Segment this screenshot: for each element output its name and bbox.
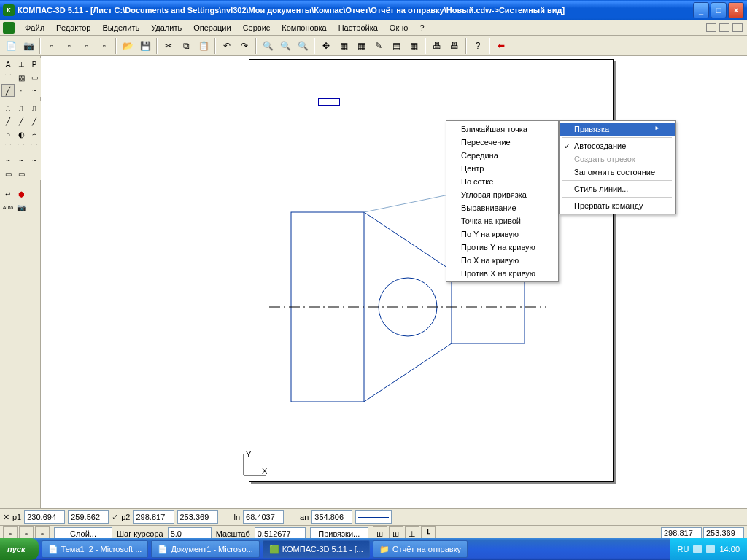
cut-icon[interactable]: ✂ xyxy=(160,38,177,54)
camera-icon[interactable]: 📷 xyxy=(20,38,36,54)
menu-editor[interactable]: Редактор xyxy=(50,22,96,34)
edit-icon[interactable]: ✎ xyxy=(371,38,387,54)
pan-icon[interactable]: ✥ xyxy=(318,38,334,54)
minimize-button[interactable]: _ xyxy=(693,2,709,18)
main-toolbar: 📄 📷 ▫ ▫ ▫ ▫ 📂 💾 ✂ ⧉ 📋 ↶ ↷ 🔍 🔍 🔍 ✥ ▦ ▦ ✎ … xyxy=(0,36,747,56)
paste-icon[interactable]: 📋 xyxy=(196,38,212,54)
mdi-close-button[interactable] xyxy=(732,23,743,32)
new-doc-icon[interactable]: ▫ xyxy=(44,38,60,54)
redo-icon[interactable]: ↷ xyxy=(236,38,252,54)
menu-operations[interactable]: Операции xyxy=(187,22,236,34)
copy-icon[interactable]: ⧉ xyxy=(178,38,194,54)
new-icon[interactable]: 📄 xyxy=(3,38,19,54)
layers-icon[interactable]: ▤ xyxy=(388,38,404,54)
app-icon: К xyxy=(3,4,15,16)
menu-select[interactable]: Выделить xyxy=(96,22,145,34)
new-text-icon[interactable]: ▫ xyxy=(96,38,112,54)
exit-icon[interactable]: ⬅ xyxy=(493,38,509,54)
menu-layout[interactable]: Компоновка xyxy=(276,22,332,34)
save-icon[interactable]: 💾 xyxy=(137,38,153,54)
print-icon[interactable]: 🖶 xyxy=(429,38,445,54)
help-icon[interactable]: ? xyxy=(470,38,486,54)
menu-file[interactable]: Файл xyxy=(19,22,50,34)
menu-settings[interactable]: Настройка xyxy=(333,22,384,34)
zoom-in-icon[interactable]: 🔍 xyxy=(260,38,276,54)
menu-service[interactable]: Сервис xyxy=(237,22,276,34)
mdi-minimize-button[interactable] xyxy=(706,23,716,32)
maximize-button[interactable]: □ xyxy=(711,2,727,18)
undo-icon[interactable]: ↶ xyxy=(219,38,235,54)
refresh-icon[interactable]: ▦ xyxy=(353,38,369,54)
close-button[interactable]: × xyxy=(728,2,744,18)
doc-icon xyxy=(3,22,15,34)
window-title: КОМПАС-3D 5.11 - [Лист C:\Documents and … xyxy=(18,6,565,15)
preview-icon[interactable]: 🖶 xyxy=(446,38,462,54)
menu-delete[interactable]: Удалить xyxy=(145,22,187,34)
mdi-restore-button[interactable] xyxy=(719,23,729,32)
grid-icon[interactable]: ▦ xyxy=(406,38,422,54)
new-sheet-icon[interactable]: ▫ xyxy=(61,38,77,54)
titlebar: К КОМПАС-3D 5.11 - [Лист C:\Documents an… xyxy=(0,0,747,20)
menu-window[interactable]: Окно xyxy=(384,22,414,34)
zoom-out-icon[interactable]: 🔍 xyxy=(277,38,293,54)
zoom-window-icon[interactable]: ▦ xyxy=(336,38,352,54)
new-frag-icon[interactable]: ▫ xyxy=(79,38,95,54)
zoom-fit-icon[interactable]: 🔍 xyxy=(295,38,311,54)
menubar: Файл Редактор Выделить Удалить Операции … xyxy=(0,20,747,36)
open-icon[interactable]: 📂 xyxy=(120,38,136,54)
menu-help[interactable]: ? xyxy=(414,22,430,34)
